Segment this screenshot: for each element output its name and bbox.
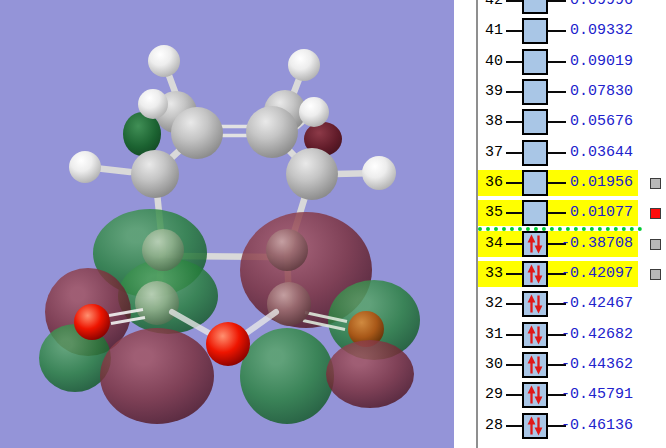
orbital-energy: 0.09996: [561, 0, 633, 14]
carbon-atom[interactable]: [246, 106, 298, 158]
mo-row-29[interactable]: 29-0.45791: [478, 382, 666, 413]
orbital-energy: -0.45791: [561, 382, 633, 408]
selection-marker-gray[interactable]: [650, 239, 661, 250]
spin-up-down-arrows: [524, 324, 546, 346]
orbital-energy: -0.38708: [561, 231, 633, 257]
orbital-lobe-negative: [100, 328, 214, 424]
mo-row-32[interactable]: 32-0.42467: [478, 291, 666, 322]
level-line-left: [506, 91, 522, 93]
level-line-left: [506, 212, 522, 214]
mo-energy-list[interactable]: 42 0.0999641 0.0933240 0.0901939 0.07830…: [476, 0, 666, 448]
orbital-energy: 0.09019: [561, 49, 633, 75]
orbital-box-occupied[interactable]: [522, 291, 548, 317]
selection-marker-red[interactable]: [650, 208, 661, 219]
selection-marker-gray[interactable]: [650, 269, 661, 280]
panel-gutter: [454, 0, 476, 448]
orbital-energy: -0.42682: [561, 322, 633, 348]
orbital-box-virtual[interactable]: [522, 79, 548, 105]
mo-row-37[interactable]: 37 0.03644: [478, 140, 666, 171]
orbital-box-virtual[interactable]: [522, 18, 548, 44]
orbital-number: 40: [480, 49, 503, 75]
carbon-atom[interactable]: [286, 148, 338, 200]
orbital-number: 28: [480, 413, 503, 439]
mo-row-36[interactable]: 36 0.01956: [478, 170, 666, 201]
selection-marker-gray[interactable]: [650, 178, 661, 189]
mo-row-42[interactable]: 42 0.09996: [478, 0, 666, 19]
spin-up-down-arrows: [524, 415, 546, 437]
carbon-atom[interactable]: [171, 107, 223, 159]
mo-row-40[interactable]: 40 0.09019: [478, 49, 666, 80]
orbital-energy: 0.09332: [561, 18, 633, 44]
hydrogen-atom[interactable]: [138, 89, 168, 119]
orbital-box-virtual[interactable]: [522, 140, 548, 166]
orbital-box-occupied[interactable]: [522, 352, 548, 378]
molecule-viewport[interactable]: [0, 0, 454, 448]
carbon-atom[interactable]: [267, 282, 311, 326]
carbon-atom[interactable]: [266, 229, 308, 271]
orbital-box-virtual[interactable]: [522, 200, 548, 226]
level-line-left: [506, 303, 522, 305]
orbital-lobe-negative: [326, 340, 414, 408]
orbital-energy: -0.46136: [561, 413, 633, 439]
carbon-atom[interactable]: [131, 150, 179, 198]
orbital-number: 30: [480, 352, 503, 378]
oxygen-atom[interactable]: [74, 304, 110, 340]
orbital-number: 34: [480, 231, 503, 257]
orbital-box-occupied[interactable]: [522, 261, 548, 287]
spin-up-down-arrows: [524, 384, 546, 406]
orbital-box-occupied[interactable]: [522, 382, 548, 408]
orbital-energy: 0.07830: [561, 79, 633, 105]
hydrogen-atom[interactable]: [299, 97, 329, 127]
orbital-energy: -0.42467: [561, 291, 633, 317]
carbon-atom[interactable]: [142, 229, 184, 271]
level-line-left: [506, 0, 522, 2]
orbital-energy: 0.01956: [561, 170, 633, 196]
orbital-number: 32: [480, 291, 503, 317]
orbital-energy: 0.05676: [561, 109, 633, 135]
mo-row-38[interactable]: 38 0.05676: [478, 109, 666, 140]
mo-row-28[interactable]: 28-0.46136: [478, 413, 666, 444]
orbital-box-occupied[interactable]: [522, 322, 548, 348]
level-line-left: [506, 364, 522, 366]
orbital-number: 36: [480, 170, 503, 196]
mo-row-41[interactable]: 41 0.09332: [478, 18, 666, 49]
orbital-box-virtual[interactable]: [522, 109, 548, 135]
level-line-left: [506, 30, 522, 32]
level-line-left: [506, 121, 522, 123]
orbital-lobe-positive: [240, 328, 334, 424]
orbital-number: 41: [480, 18, 503, 44]
orbital-box-virtual[interactable]: [522, 49, 548, 75]
orbital-number: 35: [480, 200, 503, 226]
hydrogen-atom[interactable]: [69, 151, 101, 183]
mo-row-30[interactable]: 30-0.44362: [478, 352, 666, 383]
occupied-virtual-divider: [478, 227, 642, 231]
gaussview-surface-window: 42 0.0999641 0.0933240 0.0901939 0.07830…: [0, 0, 666, 448]
level-line-left: [506, 425, 522, 427]
orbital-number: 38: [480, 109, 503, 135]
molecule-orbital-render: [0, 0, 454, 448]
hydrogen-atom[interactable]: [362, 156, 396, 190]
orbital-box-virtual[interactable]: [522, 0, 548, 14]
orbital-box-virtual[interactable]: [522, 170, 548, 196]
level-line-left: [506, 394, 522, 396]
orbital-energy: 0.03644: [561, 140, 633, 166]
orbital-number: 29: [480, 382, 503, 408]
spin-up-down-arrows: [524, 263, 546, 285]
level-line-left: [506, 152, 522, 154]
orbital-number: 33: [480, 261, 503, 287]
mo-row-34[interactable]: 34-0.38708: [478, 231, 666, 262]
orbital-box-occupied[interactable]: [522, 231, 548, 257]
oxygen-atom[interactable]: [206, 322, 250, 366]
level-line-left: [506, 182, 522, 184]
level-line-left: [506, 273, 522, 275]
mo-row-39[interactable]: 39 0.07830: [478, 79, 666, 110]
level-line-left: [506, 334, 522, 336]
mo-row-33[interactable]: 33-0.42097: [478, 261, 666, 292]
hydrogen-atom[interactable]: [288, 49, 320, 81]
orbital-box-occupied[interactable]: [522, 413, 548, 439]
level-line-left: [506, 61, 522, 63]
mo-row-31[interactable]: 31-0.42682: [478, 322, 666, 353]
hydrogen-atom[interactable]: [148, 45, 180, 77]
spin-up-down-arrows: [524, 293, 546, 315]
orbital-energy: -0.44362: [561, 352, 633, 378]
